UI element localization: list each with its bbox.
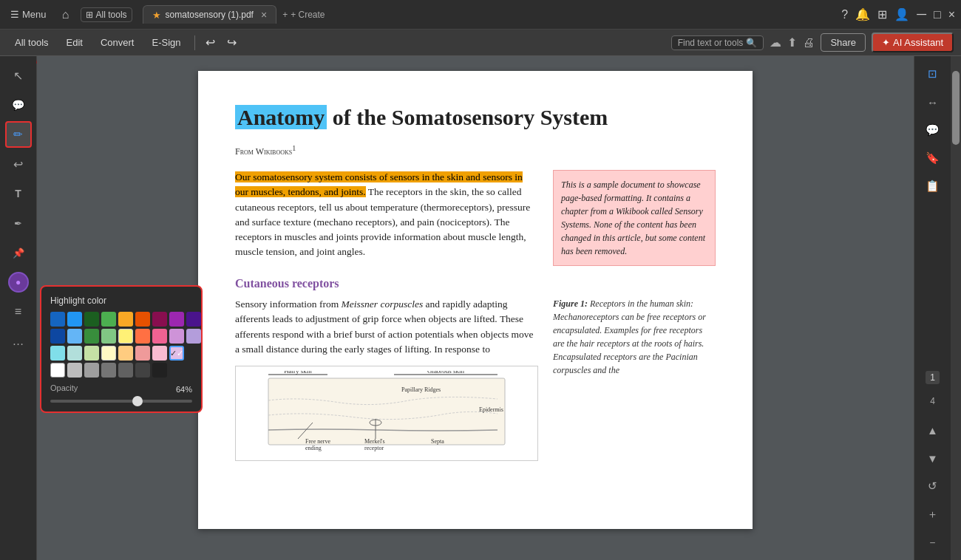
help-icon[interactable]: ? [841,8,848,21]
sidebar-comment-tool[interactable]: 💬 [5,92,32,118]
color-swatch[interactable] [50,312,65,327]
color-swatch[interactable] [101,346,116,361]
convert-menu[interactable]: Convert [93,34,142,51]
scroll-down-icon[interactable]: ▼ [921,446,945,470]
opacity-slider-track[interactable] [50,400,192,403]
left-sidebar: ↖ 💬 ✏ ↩ T ✒ 📌 ● ≡ … Highlight color [0,56,37,560]
right-panel-icon-2[interactable]: ↔ [921,90,945,114]
alltools-label: All tools [96,10,127,20]
color-swatch[interactable] [67,346,82,361]
redo-button[interactable]: ↪ [223,34,241,51]
color-swatch[interactable] [67,312,82,327]
color-swatch[interactable] [84,329,99,344]
color-swatch[interactable] [118,312,133,327]
esign-menu[interactable]: E-Sign [144,34,188,51]
pdf-from-wikibooks: From Wikibooks1 [235,143,716,158]
edit-menu[interactable]: Edit [59,34,90,51]
color-swatch[interactable] [67,329,82,344]
circle-icon: ● [16,277,21,287]
new-tab-label: + Create [291,10,325,20]
color-swatch[interactable] [135,329,150,344]
sidebar-highlight-tool[interactable]: ✏ [5,121,32,148]
opacity-value: 64% [176,385,192,394]
sidebar-more-tool[interactable]: … [5,328,32,355]
right-panel-icon-4[interactable]: 🔖 [921,146,945,170]
color-swatch[interactable] [135,346,150,361]
color-swatch[interactable] [186,312,201,327]
right-panel-icon-5[interactable]: 📋 [921,174,945,198]
color-swatches: ✓ [50,312,192,378]
scrollbar[interactable] [951,56,961,560]
menu-button[interactable]: ☰ Menu [6,9,51,20]
tab-close-button[interactable]: × [261,9,267,21]
pdf-body-para1: Our somatosensory system consists of sen… [235,170,538,260]
color-swatch[interactable] [152,312,167,327]
sidebar-signature-tool[interactable]: ✒ [5,210,32,236]
color-swatch[interactable] [135,363,150,378]
cloud-icon[interactable]: ☁ [770,35,781,49]
svg-text:receptor: receptor [364,445,384,451]
pdf-tab[interactable]: ★ somatosensory (1).pdf × [143,5,277,24]
opacity-slider-thumb[interactable] [132,396,143,406]
sidebar-cursor-tool[interactable]: ↖ [5,62,32,89]
more-icon: … [13,335,24,348]
skin-diagram: Hairy skin Glabrous skin Free nerve endi… [235,366,538,461]
color-swatch[interactable] [101,363,116,378]
zoom-out-icon[interactable]: － [921,530,945,554]
scrollbar-thumb[interactable] [952,71,960,145]
undo-button[interactable]: ↩ [201,34,220,51]
color-swatch[interactable] [50,329,65,344]
color-swatch[interactable] [67,363,82,378]
right-panel-icon-3[interactable]: 💬 [921,118,945,142]
color-swatch[interactable] [152,329,167,344]
color-swatch[interactable] [118,346,133,361]
color-swatch[interactable] [135,312,150,327]
all-tools-button[interactable]: ⊞ All tools [81,7,132,22]
color-swatch[interactable] [84,312,99,327]
sidebar-pin-tool[interactable]: 📌 [5,239,32,266]
hamburger-icon: ☰ [10,9,19,20]
color-swatch[interactable] [152,346,167,361]
upload-icon[interactable]: ⬆ [787,35,797,49]
sidebar-list-tool[interactable]: ≡ [5,298,32,325]
grid-icon[interactable]: ⊞ [877,7,887,21]
color-swatch[interactable] [84,346,99,361]
color-swatch[interactable] [118,363,133,378]
scroll-up-icon[interactable]: ▲ [921,418,945,442]
color-swatch[interactable] [101,329,116,344]
color-swatch[interactable] [186,329,201,344]
color-swatch[interactable] [118,329,133,344]
ai-assistant-button[interactable]: ✦ AI Assistant [872,33,954,52]
pdf-section-left: Sensory information from Meissner corpus… [235,297,538,461]
color-swatch[interactable] [84,363,99,378]
right-panel: ⊡ ↔ 💬 🔖 📋 1 4 ▲ ▼ ↺ ＋ － [914,56,951,560]
color-swatch-selected[interactable]: ✓ [169,346,184,361]
color-swatch[interactable] [152,363,167,378]
color-swatch[interactable] [169,312,184,327]
color-swatch[interactable] [50,363,65,378]
find-bar[interactable]: Find text or tools 🔍 [671,35,764,50]
color-swatch[interactable] [186,346,201,361]
sidebar-note-text: This is a sample document to showcase pa… [561,180,705,256]
home-button[interactable]: ⌂ [55,4,76,25]
close-window-icon[interactable]: × [948,8,955,21]
color-swatch[interactable] [169,329,184,344]
bell-icon[interactable]: 🔔 [855,7,870,21]
color-swatch[interactable] [101,312,116,327]
account-icon[interactable]: 👤 [894,7,909,21]
refresh-icon[interactable]: ↺ [921,474,945,498]
maximize-icon[interactable]: □ [934,8,941,21]
sidebar-circle-tool[interactable]: ● [8,272,29,293]
alltools-menu[interactable]: All tools [7,34,56,51]
svg-text:Septa: Septa [431,438,444,445]
zoom-in-icon[interactable]: ＋ [921,502,945,526]
print-icon[interactable]: 🖨 [803,36,815,49]
svg-text:Glabrous skin: Glabrous skin [427,371,465,375]
right-panel-icon-1[interactable]: ⊡ [921,62,945,86]
minimize-icon[interactable]: ─ [917,7,926,22]
share-button[interactable]: Share [821,33,866,52]
new-tab-button[interactable]: + + Create [276,7,330,23]
sidebar-undo-tool[interactable]: ↩ [5,151,32,177]
color-swatch[interactable] [50,346,65,361]
sidebar-text-tool[interactable]: T [5,180,32,207]
